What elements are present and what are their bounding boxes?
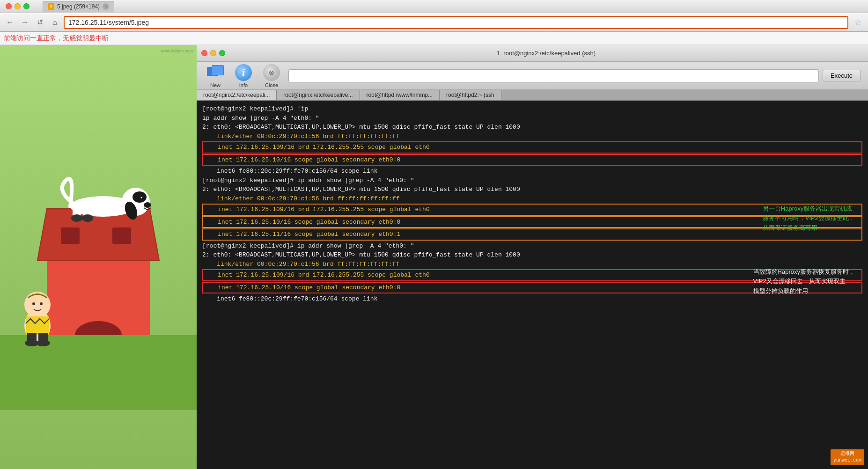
terminal-line: 2: eth0: <BROADCAST,MULTICAST,UP,LOWER_U… xyxy=(202,250,862,260)
terminal-line: 2: eth0: <BROADCAST,MULTICAST,UP,LOWER_U… xyxy=(202,185,862,194)
terminal-line: link/ether 00:0c:29:70:c1:56 brd ff:ff:f… xyxy=(202,132,862,141)
snoopy-illustration xyxy=(0,45,197,410)
svg-point-21 xyxy=(144,202,151,208)
window-close-button[interactable] xyxy=(6,3,12,9)
ssh-tabs: root@nginx2:/etc/keepali... root@nginx:/… xyxy=(197,90,868,101)
ssh-tab-httpd2[interactable]: root@httpd2:~ (ssh xyxy=(440,90,501,100)
svg-rect-8 xyxy=(0,335,197,410)
new-session-button[interactable]: New xyxy=(204,64,227,88)
execute-area: Execute xyxy=(288,69,861,82)
info-button[interactable]: i Info xyxy=(232,64,255,88)
terminal-block-3: [root@nginx2 keepalived]# ip addr show |… xyxy=(202,242,862,304)
svg-rect-5 xyxy=(112,227,131,244)
svg-point-27 xyxy=(71,214,82,222)
svg-point-12 xyxy=(40,302,43,305)
ssh-maximize-button[interactable] xyxy=(219,50,225,56)
ssh-titlebar: 1. root@nginx2:/etc/keepalived (ssh) xyxy=(197,45,868,62)
info-circle-icon: i xyxy=(235,64,252,81)
window-traffic-lights xyxy=(6,3,29,9)
close-circle-icon: ⊗ xyxy=(263,64,280,81)
yunwei-badge: 运维网yunwei.com xyxy=(831,449,864,465)
close-session-button[interactable]: ⊗ Close xyxy=(260,64,283,88)
svg-point-28 xyxy=(82,214,93,222)
terminal-content[interactable]: [root@nginx2 keepalived]# !ip ip addr sh… xyxy=(197,101,868,469)
new-session-icon xyxy=(206,64,224,81)
terminal-block-2: [root@nginx2 keepalived]# ip addr show |… xyxy=(202,176,862,241)
window-minimize-button[interactable] xyxy=(15,3,21,9)
execute-button[interactable]: Execute xyxy=(823,70,861,81)
content-area: www.dddpm.com xyxy=(0,45,868,469)
terminal-line: 2: eth0: <BROADCAST,MULTICAST,UP,LOWER_U… xyxy=(202,123,862,132)
svg-point-11 xyxy=(32,302,35,305)
svg-point-10 xyxy=(24,292,51,318)
reload-button[interactable]: ↺ xyxy=(34,16,46,29)
ssh-window-title: 1. root@nginx2:/etc/keepalived (ssh) xyxy=(229,50,863,57)
terminal-line-highlight-red-2: inet 172.16.25.10/16 scope global second… xyxy=(202,154,862,166)
browser-toolbar: ← → ↺ ⌂ 172.16.25.11/system/5.jpeg ☆ xyxy=(0,13,868,32)
svg-point-23 xyxy=(141,197,142,198)
close-session-icon: ⊗ xyxy=(263,64,280,81)
browser-tab[interactable]: Y 5.jpeg (259×194) × xyxy=(43,1,114,12)
terminal-line: ip addr show |grep -A 4 "eth0: " xyxy=(202,114,862,123)
page-title: 前端访问一直正常，无感觉明显中断 xyxy=(4,34,109,43)
terminal-line: [root@nginx2 keepalived]# !ip xyxy=(202,104,862,114)
ssh-traffic-lights xyxy=(201,50,225,56)
annotation-haproxy-recovery: 当故障的Haproxy服务器恢复服务时，VIP2又会漂移回去，从而实现双主模型分… xyxy=(753,267,855,296)
ssh-tab-httpd-www[interactable]: root@httpd:/www/lnmmp... xyxy=(360,90,440,100)
terminal-line: [root@nginx2 keepalived]# ip addr show |… xyxy=(202,176,862,185)
browser-titlebar: Y 5.jpeg (259×194) × xyxy=(0,0,868,13)
svg-rect-13 xyxy=(26,316,49,335)
svg-rect-4 xyxy=(61,227,80,244)
info-icon: i xyxy=(235,64,252,81)
tab-close-button[interactable]: × xyxy=(103,3,109,10)
ssh-minimize-button[interactable] xyxy=(210,50,216,56)
terminal-line: [root@nginx2 keepalived]# ip addr show |… xyxy=(202,242,862,251)
ssh-terminal-panel: 1. root@nginx2:/etc/keepalived (ssh) New… xyxy=(197,45,868,469)
home-button[interactable]: ⌂ xyxy=(49,16,61,29)
address-bar-text[interactable]: 172.16.25.11/system/5.jpeg xyxy=(68,19,149,26)
ssh-toolbar: New i Info ⊗ Close Execute xyxy=(197,62,868,90)
terminal-line: inet6 fe80::20c:29ff:fe70:c156/64 scope … xyxy=(202,167,862,176)
new-session-label: New xyxy=(210,82,221,88)
info-label: Info xyxy=(239,82,248,88)
forward-button[interactable]: → xyxy=(19,16,31,29)
bookmark-button[interactable]: ☆ xyxy=(851,17,864,28)
tab-favicon-icon: Y xyxy=(48,3,54,10)
terminal-line: link/ether 00:0c:29:70:c1:56 brd ff:ff:f… xyxy=(202,194,862,204)
execute-input[interactable] xyxy=(288,69,819,82)
page-title-bar: 前端访问一直正常，无感觉明显中断 xyxy=(0,32,868,45)
back-button[interactable]: ← xyxy=(4,16,16,29)
watermark-text: www.dddpm.com xyxy=(161,49,193,53)
left-panel-image: www.dddpm.com xyxy=(0,45,197,469)
terminal-line-highlight-red-1: inet 172.16.25.109/16 brd 172.16.255.255… xyxy=(202,141,862,154)
ssh-tab-nginx-keepalived[interactable]: root@nginx:/etc/keepalive... xyxy=(277,90,360,100)
ssh-tab-nginx2-keepalived[interactable]: root@nginx2:/etc/keepali... xyxy=(197,90,277,100)
svg-point-17 xyxy=(36,340,50,346)
close-session-label: Close xyxy=(265,82,278,88)
tab-title: 5.jpeg (259×194) xyxy=(57,3,100,10)
ssh-close-button[interactable] xyxy=(201,50,207,56)
window-maximize-button[interactable] xyxy=(23,3,29,9)
annotation-haproxy-vip2: 另一台Haproxy服务器出现宕机或服务不可用时，VIP2会漂移至此，从而保证服… xyxy=(763,204,855,233)
